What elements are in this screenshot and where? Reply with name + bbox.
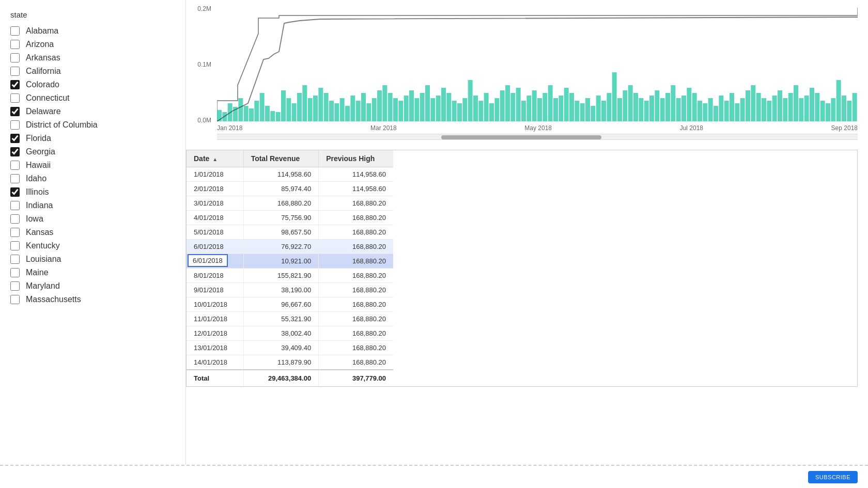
checkbox-louisiana[interactable] [10, 255, 20, 264]
checkbox-item-kentucky[interactable]: Kentucky [10, 241, 175, 250]
checkbox-kentucky[interactable] [10, 241, 20, 250]
cell-prev-high: 168,880.20 [319, 196, 393, 211]
checkbox-item-illinois[interactable]: Illinois [10, 187, 175, 197]
checkbox-label-delaware: Delaware [26, 107, 61, 116]
svg-rect-4 [238, 98, 243, 121]
checkbox-item-iowa[interactable]: Iowa [10, 214, 175, 224]
checkbox-item-louisiana[interactable]: Louisiana [10, 255, 175, 264]
cell-revenue: 168,880.20 [243, 196, 319, 211]
checkbox-hawaii[interactable] [10, 161, 20, 170]
cell-date: 12/01/2018 [187, 326, 243, 341]
svg-rect-100 [751, 85, 755, 121]
table-row[interactable]: 12/01/201838,002.40168,880.20 [187, 326, 393, 341]
cell-date: 1/01/2018 [187, 167, 243, 182]
table-row[interactable]: 5/01/201898,657.50168,880.20 [187, 225, 393, 240]
checkbox-item-maryland[interactable]: Maryland [10, 281, 175, 291]
svg-rect-21 [329, 101, 334, 121]
checkbox-delaware[interactable] [10, 107, 20, 116]
col-header-date[interactable]: Date ▲ [187, 150, 243, 167]
svg-rect-85 [671, 85, 675, 121]
checkbox-colorado[interactable] [10, 80, 20, 89]
checkbox-arkansas[interactable] [10, 53, 20, 62]
svg-rect-39 [425, 85, 430, 121]
checkbox-massachusetts[interactable] [10, 295, 20, 304]
checkbox-idaho[interactable] [10, 174, 20, 183]
table-row[interactable]: 9/01/201838,190.00168,880.20 [187, 283, 393, 297]
table-row[interactable]: 13/01/201839,409.40168,880.20 [187, 341, 393, 355]
date-tooltip: 6/01/2018 [188, 254, 228, 267]
svg-rect-96 [730, 93, 734, 121]
checkbox-georgia[interactable] [10, 147, 20, 156]
svg-rect-29 [372, 98, 377, 121]
checkbox-indiana[interactable] [10, 201, 20, 210]
checkbox-item-massachusetts[interactable]: Massachusetts [10, 295, 175, 304]
table-row[interactable]: 8/01/2018155,821.90168,880.20 [187, 269, 393, 283]
checkbox-item-florida[interactable]: Florida [10, 134, 175, 143]
cell-revenue: 55,321.90 [243, 312, 319, 326]
checkbox-item-alabama[interactable]: Alabama [10, 26, 175, 36]
svg-rect-43 [446, 93, 451, 121]
checkbox-illinois[interactable] [10, 187, 20, 197]
svg-rect-73 [607, 93, 611, 121]
checkbox-item-indiana[interactable]: Indiana [10, 201, 175, 210]
svg-rect-56 [516, 88, 521, 121]
cell-prev-high: 168,880.20 [319, 312, 393, 326]
table-row[interactable]: 6/01/20186/01/201876,922.70168,880.20 [187, 240, 393, 254]
checkbox-item-kansas[interactable]: Kansas [10, 228, 175, 237]
chart-scrollbar[interactable] [217, 134, 858, 140]
sort-arrow-date: ▲ [212, 156, 218, 162]
checkbox-item-arizona[interactable]: Arizona [10, 40, 175, 49]
checkbox-item-connecticut[interactable]: Connecticut [10, 93, 175, 103]
checkbox-item-california[interactable]: California [10, 67, 175, 76]
svg-rect-98 [740, 98, 745, 121]
table-row[interactable]: 10/01/201896,667.60168,880.20 [187, 297, 393, 312]
svg-rect-86 [676, 98, 681, 121]
checkbox-item-arkansas[interactable]: Arkansas [10, 53, 175, 62]
checkbox-california[interactable] [10, 67, 20, 76]
svg-rect-59 [532, 90, 537, 121]
x-label-may: May 2018 [524, 124, 552, 132]
checkbox-item-maine[interactable]: Maine [10, 268, 175, 277]
table-row[interactable]: 14/01/2018113,879.90168,880.20 [187, 355, 393, 370]
svg-rect-36 [409, 90, 414, 121]
svg-rect-49 [478, 101, 483, 121]
footer-label: Total [187, 370, 243, 386]
checkbox-district-of-columbia[interactable] [10, 120, 20, 130]
cell-revenue: 98,657.50 [243, 225, 319, 240]
table-row[interactable]: 3/01/2018168,880.20168,880.20 [187, 196, 393, 211]
svg-rect-94 [719, 96, 723, 121]
svg-rect-90 [698, 101, 702, 121]
col-header-prev-high[interactable]: Previous High [319, 150, 393, 167]
svg-rect-108 [794, 85, 798, 121]
checkbox-florida[interactable] [10, 134, 20, 143]
checkbox-connecticut[interactable] [10, 93, 20, 103]
table-row[interactable]: 4/01/201875,756.90168,880.20 [187, 211, 393, 225]
chart-scrollbar-thumb[interactable] [441, 135, 601, 139]
checkbox-maryland[interactable] [10, 281, 20, 291]
subscribe-button[interactable]: SUBSCRIBE [808, 471, 858, 483]
checkbox-item-colorado[interactable]: Colorado [10, 80, 175, 89]
table-row[interactable]: 2/01/201885,974.40114,958.60 [187, 182, 393, 196]
checkbox-item-georgia[interactable]: Georgia [10, 147, 175, 156]
checkbox-item-delaware[interactable]: Delaware [10, 107, 175, 116]
svg-rect-33 [393, 98, 398, 121]
svg-rect-63 [553, 98, 558, 121]
svg-rect-15 [297, 93, 302, 121]
checkbox-item-idaho[interactable]: Idaho [10, 174, 175, 183]
checkbox-item-district-of-columbia[interactable]: District of Columbia [10, 120, 175, 130]
table-row[interactable]: 1/01/2018114,958.60114,958.60 [187, 167, 393, 182]
checkbox-kansas[interactable] [10, 228, 20, 237]
checkbox-arizona[interactable] [10, 40, 20, 49]
checkbox-maine[interactable] [10, 268, 20, 277]
svg-rect-41 [436, 96, 441, 121]
cell-date: 13/01/2018 [187, 341, 243, 355]
col-header-revenue[interactable]: Total Revenue [243, 150, 319, 167]
table-row[interactable]: 11/01/201855,321.90168,880.20 [187, 312, 393, 326]
checkbox-alabama[interactable] [10, 26, 20, 36]
cell-prev-high: 168,880.20 [319, 297, 393, 312]
svg-rect-93 [714, 106, 718, 121]
svg-rect-67 [575, 101, 579, 121]
x-label-jan: Jan 2018 [217, 124, 242, 132]
checkbox-item-hawaii[interactable]: Hawaii [10, 161, 175, 170]
checkbox-iowa[interactable] [10, 214, 20, 224]
